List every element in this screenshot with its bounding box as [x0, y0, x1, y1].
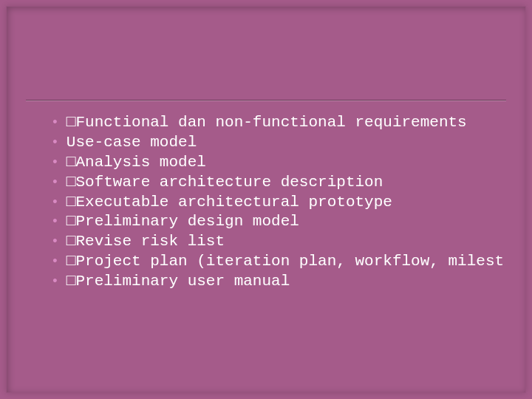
- list-item-text: Executable architectural prototype: [75, 193, 392, 213]
- list-item: • □ Preliminary design model: [51, 212, 525, 232]
- list-item-text: Project plan (iteration plan, workflow, …: [75, 252, 504, 272]
- box-marker-icon: □: [66, 193, 76, 213]
- bullet-dot-icon: •: [51, 115, 59, 132]
- bullet-dot-icon: •: [51, 154, 59, 171]
- list-item: • □ Project plan (iteration plan, workfl…: [51, 252, 525, 272]
- bullet-dot-icon: •: [51, 214, 59, 231]
- box-marker-icon: □: [66, 153, 76, 173]
- bullet-dot-icon: •: [51, 253, 59, 270]
- title-divider: [26, 100, 506, 101]
- list-item-text: Software architecture description: [75, 173, 383, 193]
- box-marker-icon: □: [66, 232, 76, 252]
- bullet-dot-icon: •: [51, 174, 59, 191]
- box-marker-icon: □: [66, 113, 76, 133]
- list-item-text: Preliminary user manual: [75, 272, 290, 292]
- list-item: • □ Preliminary user manual: [51, 272, 525, 292]
- bullet-dot-icon: •: [51, 273, 59, 290]
- box-marker-icon: □: [66, 272, 76, 292]
- box-marker-icon: □: [66, 173, 76, 193]
- list-item: • □ Executable architectural prototype: [51, 193, 525, 213]
- list-item-text: Analysis model: [75, 153, 205, 173]
- bullet-list: • □ Functional dan non-functional requir…: [51, 113, 525, 292]
- list-item: • □ Revise risk list: [51, 232, 525, 252]
- bullet-dot-icon: •: [51, 233, 59, 250]
- list-item-text: Use-case model: [66, 133, 197, 153]
- slide-frame: • □ Functional dan non-functional requir…: [6, 6, 526, 393]
- slide: • □ Functional dan non-functional requir…: [0, 0, 532, 399]
- list-item-text: Functional dan non-functional requiremen…: [75, 113, 466, 133]
- list-item: • Use-case model: [51, 133, 525, 153]
- list-item: • □ Functional dan non-functional requir…: [51, 113, 525, 133]
- list-item-text: Preliminary design model: [75, 212, 299, 232]
- list-item: • □ Software architecture description: [51, 173, 525, 193]
- box-marker-icon: □: [66, 252, 76, 272]
- bullet-dot-icon: •: [51, 134, 59, 151]
- list-item: • □ Analysis model: [51, 153, 525, 173]
- bullet-dot-icon: •: [51, 194, 59, 211]
- list-item-text: Revise risk list: [75, 232, 225, 252]
- box-marker-icon: □: [66, 212, 76, 232]
